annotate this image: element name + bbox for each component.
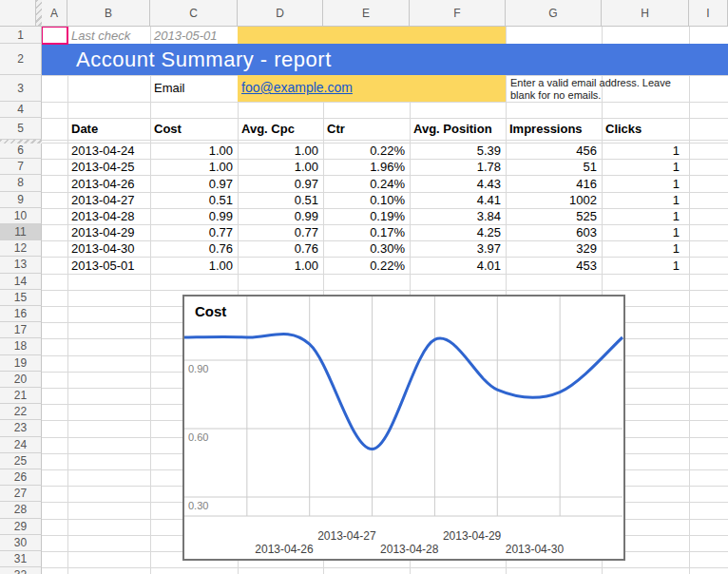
table-cell[interactable]: 4.43	[410, 177, 501, 191]
row-header-27[interactable]: 27	[0, 486, 42, 502]
table-cell[interactable]: 603	[506, 225, 597, 239]
table-cell[interactable]: 1.00	[238, 258, 318, 273]
table-cell[interactable]: 1.00	[150, 160, 233, 174]
row-header-3[interactable]: 3	[0, 75, 42, 102]
row-header-22[interactable]: 22	[0, 404, 42, 420]
table-cell[interactable]: 329	[506, 241, 597, 256]
cost-chart[interactable]: Cost 0.900.600.302013-04-262013-04-27201…	[182, 295, 625, 561]
table-cell[interactable]: 0.10%	[323, 193, 405, 207]
table-cell[interactable]: 3.84	[410, 209, 501, 223]
table-cell[interactable]: 2013-04-26	[71, 177, 135, 191]
row-header-32[interactable]: 32	[0, 567, 42, 574]
row-header-24[interactable]: 24	[0, 437, 42, 453]
cell-b1-last-check-label[interactable]: Last check	[71, 29, 130, 43]
table-header-ctr[interactable]: Ctr	[327, 122, 345, 136]
highlighted-range-d1-f1[interactable]	[238, 27, 506, 44]
row-header-19[interactable]: 19	[0, 355, 42, 372]
row-header-5[interactable]: 5	[0, 118, 42, 140]
table-cell[interactable]: 2013-04-24	[71, 144, 135, 158]
table-cell[interactable]: 2013-04-25	[71, 160, 135, 174]
table-cell[interactable]: 525	[506, 209, 597, 223]
row-header-17[interactable]: 17	[0, 322, 42, 338]
column-header-c[interactable]: C	[150, 0, 238, 27]
table-cell[interactable]: 1	[602, 225, 680, 239]
table-cell[interactable]: 1	[602, 193, 680, 207]
table-cell[interactable]: 51	[506, 160, 597, 174]
table-cell[interactable]: 0.97	[238, 177, 318, 191]
table-header-date[interactable]: Date	[71, 122, 98, 136]
table-cell[interactable]: 1	[602, 144, 680, 158]
table-cell[interactable]: 416	[506, 177, 597, 191]
table-cell[interactable]: 1.00	[238, 160, 318, 174]
row-header-2[interactable]: 2	[0, 44, 42, 75]
table-cell[interactable]: 0.22%	[323, 144, 405, 158]
table-cell[interactable]: 1.00	[238, 144, 318, 158]
table-cell[interactable]: 0.19%	[323, 209, 405, 223]
row-header-18[interactable]: 18	[0, 338, 42, 354]
row-header-25[interactable]: 25	[0, 453, 42, 469]
row-header-9[interactable]: 9	[0, 192, 42, 208]
cell-c1-last-check-value[interactable]: 2013-05-01	[154, 29, 218, 43]
table-cell[interactable]: 2013-04-28	[71, 209, 135, 223]
table-cell[interactable]: 2013-04-27	[71, 193, 135, 207]
row-header-6[interactable]: 6	[0, 143, 42, 159]
table-cell[interactable]: 2013-04-29	[71, 225, 135, 239]
row-header-31[interactable]: 31	[0, 551, 42, 567]
table-cell[interactable]: 1	[602, 241, 680, 256]
row-header-12[interactable]: 12	[0, 240, 42, 257]
table-cell[interactable]: 4.41	[410, 193, 501, 207]
column-header-f[interactable]: F	[410, 0, 506, 27]
row-header-21[interactable]: 21	[0, 388, 42, 404]
row-header-8[interactable]: 8	[0, 175, 42, 191]
banner-cell-account-summary[interactable]: Account Summary - report	[42, 44, 728, 75]
table-header-avg-position[interactable]: Avg. Position	[413, 122, 492, 136]
table-cell[interactable]: 1002	[506, 193, 597, 207]
row-header-14[interactable]: 14	[0, 274, 42, 290]
column-header-b[interactable]: B	[67, 0, 150, 27]
table-cell[interactable]: 2013-05-01	[71, 258, 135, 273]
cell-c3-email-label[interactable]: Email	[154, 81, 185, 95]
table-cell[interactable]: 0.99	[150, 209, 233, 223]
row-header-20[interactable]: 20	[0, 372, 42, 388]
row-header-16[interactable]: 16	[0, 306, 42, 322]
column-header-i[interactable]: I	[689, 0, 728, 27]
table-cell[interactable]: 1.78	[410, 160, 501, 174]
table-cell[interactable]: 5.39	[410, 144, 501, 158]
row-header-23[interactable]: 23	[0, 420, 42, 436]
row-header-30[interactable]: 30	[0, 535, 42, 551]
table-cell[interactable]: 0.30%	[323, 241, 405, 256]
frozen-row-divider[interactable]	[0, 140, 42, 144]
row-header-10[interactable]: 10	[0, 208, 42, 224]
table-cell[interactable]: 456	[506, 144, 597, 158]
row-header-28[interactable]: 28	[0, 502, 42, 518]
table-cell[interactable]: 0.77	[150, 225, 233, 239]
row-header-29[interactable]: 29	[0, 519, 42, 535]
table-cell[interactable]: 1.00	[150, 258, 233, 273]
table-header-clicks[interactable]: Clicks	[605, 122, 642, 136]
column-header-a[interactable]: A	[42, 0, 67, 27]
table-cell[interactable]: 2013-04-30	[71, 241, 135, 256]
table-cell[interactable]: 0.76	[238, 241, 318, 256]
table-cell[interactable]: 1.96%	[323, 160, 405, 174]
row-header-15[interactable]: 15	[0, 290, 42, 306]
table-cell[interactable]: 0.77	[238, 225, 318, 239]
table-cell[interactable]: 4.01	[410, 258, 501, 273]
row-header-4[interactable]: 4	[0, 102, 42, 118]
active-cell-a1[interactable]	[41, 26, 68, 45]
table-cell[interactable]: 0.51	[238, 193, 318, 207]
row-header-11[interactable]: 11	[0, 224, 42, 240]
table-cell[interactable]: 0.24%	[323, 177, 405, 191]
column-header-g[interactable]: G	[506, 0, 602, 27]
table-header-avg-cpc[interactable]: Avg. Cpc	[241, 122, 295, 136]
column-header-e[interactable]: E	[323, 0, 410, 27]
table-cell[interactable]: 453	[506, 258, 597, 273]
table-cell[interactable]: 1	[602, 177, 680, 191]
table-cell[interactable]: 4.25	[410, 225, 501, 239]
table-cell[interactable]: 0.22%	[323, 258, 405, 273]
row-header-26[interactable]: 26	[0, 469, 42, 486]
table-cell[interactable]: 0.99	[238, 209, 318, 223]
select-all-corner[interactable]	[0, 0, 36, 27]
table-cell[interactable]: 3.97	[410, 241, 501, 256]
table-cell[interactable]: 1	[602, 160, 680, 174]
cell-g3-email-note[interactable]: Enter a valid email address. Leave blank…	[510, 77, 681, 101]
